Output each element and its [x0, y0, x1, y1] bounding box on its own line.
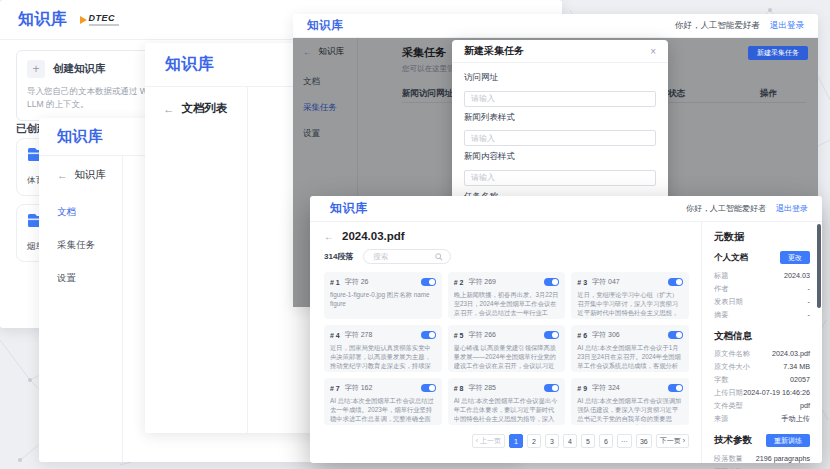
segment-toggle[interactable]	[668, 331, 683, 339]
meta-row: 摘要-	[714, 308, 810, 321]
logo-caption-bar	[89, 24, 119, 26]
segment-id: # 7	[330, 385, 340, 392]
segment-toggle[interactable]	[544, 278, 559, 286]
doc-type-label: 个人文档	[714, 252, 748, 264]
segment-text: 凝心铸魂 以高质量党建引领保障高质量发展——2024年全国烟草行业党的建设工作会…	[454, 343, 560, 372]
info-row: 原文件名称2024.03.pdf	[714, 347, 810, 360]
segment-chars: 字符 269	[468, 277, 496, 287]
segment-id: # 1	[330, 279, 340, 286]
segment-toggle[interactable]	[544, 331, 559, 339]
info-row: 字数02057	[714, 373, 810, 386]
logout-link[interactable]: 退出登录	[770, 20, 804, 32]
segment-chars: 字符 278	[345, 330, 373, 340]
doc-list-sidebar: ← 文档列表	[145, 87, 248, 433]
segment-chars: 字符 26	[345, 277, 369, 287]
info-row: 文件类型pdf	[714, 399, 810, 412]
back-arrow-icon: ←	[57, 169, 68, 181]
pagination-next[interactable]: 下一页 ›	[656, 434, 689, 448]
sidebar-item-settings[interactable]: 设置	[57, 272, 122, 285]
segment-id: # 3	[577, 279, 587, 286]
segment-text: 晚上新闻联播，初春再出发。3月22日至23日，2024年全国烟草工作会议在京召开…	[454, 290, 560, 319]
pagination-page-36[interactable]: 36	[636, 434, 652, 448]
segment-card: # 9字符 324 AI 总结:本次全国烟草工作会议强调加强队伍建设，要深入学习…	[571, 378, 689, 425]
app-brand: 知识库	[57, 127, 104, 146]
pagination-ellipsis[interactable]: ···	[617, 434, 632, 448]
segment-id: # 6	[577, 332, 587, 339]
retrain-button[interactable]: 重新训练	[766, 434, 810, 447]
field-label-url: 访问网址	[464, 72, 656, 84]
info-row: 上传日期2024-07-19 16:46:26	[714, 386, 810, 399]
user-greeting: 你好，人工智能爱好者	[675, 20, 760, 32]
segment-id: # 9	[577, 385, 587, 392]
segment-text: AI 总结:本次全国烟草工作会议于1月23日至24日在京召开。2024年全国烟草…	[577, 343, 683, 372]
tech-row: 召回次数79.08% (2704)	[714, 465, 810, 469]
tech-params-title: 技术参数	[714, 434, 752, 447]
close-icon[interactable]: ×	[650, 46, 656, 57]
segment-card: # 6字符 306 AI 总结:本次全国烟草工作会议于1月23日至24日在京召开…	[571, 325, 689, 372]
pagination-page-6[interactable]: 6	[599, 434, 613, 448]
new-task-button[interactable]: 新建采集任务	[748, 46, 808, 60]
back-to-kb[interactable]: ← 知识库	[57, 168, 122, 182]
url-field[interactable]	[464, 91, 656, 107]
segment-id: # 8	[454, 385, 464, 392]
logo-text: DTEC	[89, 13, 119, 23]
pagination-page-3[interactable]: 3	[545, 434, 559, 448]
segment-card: # 4字符 278 近日，国家局党组认真贯彻落实党中央决策部署，以高质量发展为主…	[324, 325, 442, 372]
segment-text: AI 总结:本次全国烟草工作会议提出今年工作总体要求，要以习近平新时代中国特色社…	[454, 396, 560, 425]
segment-text: AI 总结:本次全国烟草工作会议总结过去一年成绩。2023年，烟草行业坚持稳中求…	[330, 396, 436, 425]
segment-chars: 字符 047	[592, 277, 620, 287]
list-style-field[interactable]	[464, 130, 656, 146]
segment-text: 近日，国家局党组认真贯彻落实党中央决策部署，以高质量发展为主题，推动党纪学习教育…	[330, 343, 436, 372]
edit-metadata-button[interactable]: 更改	[780, 251, 810, 264]
logout-link[interactable]: 退出登录	[776, 203, 808, 214]
segment-text: 近日，党组理论学习中心组（扩大）召开集中学习研讨，深入学习贯彻习近平新时代中国特…	[577, 290, 683, 319]
meta-row: 作者-	[714, 282, 810, 295]
pagination-page-4[interactable]: 4	[563, 434, 577, 448]
metadata-title: 元数据	[714, 230, 810, 244]
app-brand: 知识库	[18, 9, 68, 30]
segment-chars: 字符 324	[592, 383, 620, 393]
meta-row: 发表日期-	[714, 295, 810, 308]
segment-chars: 字符 266	[468, 330, 496, 340]
pagination-page-5[interactable]: 5	[581, 434, 595, 448]
metadata-sidebar: 元数据 个人文档 更改 标题2024.03 作者- 发表日期- 摘要- 文档信息…	[702, 222, 822, 463]
segment-toggle[interactable]	[421, 384, 436, 392]
pagination-page-2[interactable]: 2	[527, 434, 541, 448]
segment-id: # 5	[454, 332, 464, 339]
create-kb-title: 创建知识库	[53, 62, 106, 76]
segment-card: # 2字符 269 晚上新闻联播，初春再出发。3月22日至23日，2024年全国…	[448, 272, 566, 319]
sidebar-item-tasks[interactable]: 采集任务	[57, 239, 122, 252]
segment-toggle[interactable]	[668, 278, 683, 286]
pagination-prev[interactable]: ‹ 上一页	[472, 434, 505, 448]
segment-text: figure-1-figure-0.jpg 图片名称 name figure	[330, 290, 436, 308]
modal-title: 新建采集任务	[464, 44, 524, 58]
window-document-detail: 知识库 你好，人工智能爱好者 退出登录 ← 2024.03.pdf 314段落	[310, 196, 822, 463]
info-row: 来源手动上传	[714, 412, 810, 425]
segment-id: # 4	[330, 332, 340, 339]
back-arrow-icon: ←	[163, 103, 175, 115]
app-brand: 知识库	[330, 200, 368, 217]
logo-arrow-icon	[80, 16, 87, 24]
segment-card: # 8字符 285 AI 总结:本次全国烟草工作会议提出今年工作总体要求，要以习…	[448, 378, 566, 425]
segment-chars: 字符 306	[592, 330, 620, 340]
segment-toggle[interactable]	[421, 331, 436, 339]
segment-card: # 1字符 26 figure-1-figure-0.jpg 图片名称 name…	[324, 272, 442, 319]
content-style-field[interactable]	[464, 170, 656, 186]
pagination-page-1[interactable]: 1	[509, 434, 523, 448]
sidebar-item-docs[interactable]: 文档	[57, 206, 122, 219]
back-arrow-icon[interactable]: ←	[324, 231, 334, 242]
segment-chars: 字符 162	[345, 383, 373, 393]
segment-id: # 2	[454, 279, 464, 286]
meta-row: 标题2024.03	[714, 269, 810, 282]
xdtec-logo: DTEC	[80, 13, 119, 26]
segment-toggle[interactable]	[421, 278, 436, 286]
segments-main: ← 2024.03.pdf 314段落 # 1字符 26	[310, 222, 702, 463]
search-input[interactable]	[371, 251, 435, 262]
segment-toggle[interactable]	[544, 384, 559, 392]
scrollbar-thumb[interactable]	[817, 224, 821, 308]
search-icon	[435, 253, 443, 261]
doc-info-title: 文档信息	[714, 330, 810, 343]
back-to-doc-list[interactable]: ← 文档列表	[163, 101, 247, 116]
segment-toggle[interactable]	[668, 384, 683, 392]
field-label-list-style: 新闻列表样式	[464, 112, 656, 124]
